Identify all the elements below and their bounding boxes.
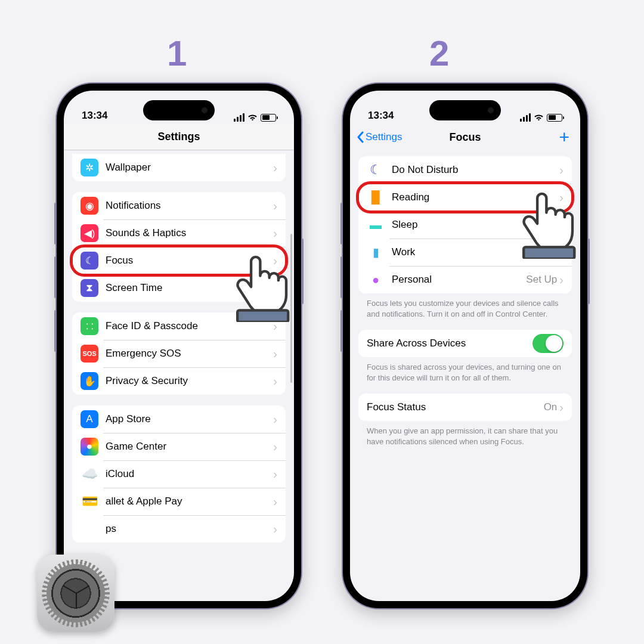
status-time: 13:34 [368,110,394,122]
chevron-right-icon: › [559,163,564,177]
focus-status-label: Focus Status [367,401,544,413]
settings-row-notifications[interactable]: ◉Notifications› [72,192,286,219]
settings-row-emergency-sos[interactable]: SOSEmergency SOS› [72,340,286,367]
settings-row-privacy-security[interactable]: ✋Privacy & Security› [72,367,286,395]
row-label: Personal [392,274,526,286]
faceid-icon: ⸬ [80,317,98,335]
phone-screen-2: 13:34 Settings Focus + ☾Do Not Disturb›▉… [350,91,580,601]
chevron-right-icon: › [273,347,277,361]
chevron-right-icon: › [559,401,564,414]
chevron-right-icon: › [273,413,277,426]
row-detail: Set Up [526,274,557,286]
share-across-devices-row[interactable]: Share Across Devices [358,330,572,357]
focus-row-personal[interactable]: ●PersonalSet Up› [358,266,572,293]
row-label: Game Center [106,441,273,453]
bell-icon: ◉ [80,197,98,215]
nav-bar: Settings Focus + [350,124,580,150]
personal-icon: ● [367,271,385,289]
phone-frame-2: 13:34 Settings Focus + ☾Do Not Disturb›▉… [343,83,587,608]
chevron-right-icon: › [273,522,277,536]
gear-icon [47,564,105,623]
wifi-icon [247,114,258,122]
chevron-right-icon: › [273,374,277,388]
share-toggle[interactable] [532,334,564,353]
row-label: Do Not Disturb [392,164,559,176]
dynamic-island [429,100,501,120]
settings-row-ps[interactable]: ps› [72,515,286,543]
appstore-icon: A [80,410,98,428]
tap-cursor-icon [518,187,580,259]
share-label: Share Across Devices [367,338,532,349]
focus-row-do-not-disturb[interactable]: ☾Do Not Disturb› [358,156,572,184]
svg-rect-0 [237,310,288,322]
focus-status-value: On [544,401,558,413]
row-label: Privacy & Security [106,375,273,387]
phone-screen-1: 13:34 Settings ✲Wallpaper›◉Notifications… [64,91,294,601]
row-label: Wallpaper [106,162,273,174]
wallet-icon: 💳 [80,493,98,510]
nav-title: Settings [157,131,200,143]
row-label: App Store [106,413,273,425]
settings-row-wallpaper[interactable]: ✲Wallpaper› [72,154,286,181]
hand-icon: ✋ [80,372,98,390]
focus-footer-text: Focus lets you customize your devices an… [358,293,572,319]
settings-row-allet-apple-pay[interactable]: 💳allet & Apple Pay› [72,488,286,515]
do not disturb-icon: ☾ [367,161,385,179]
dynamic-island [143,100,215,120]
step-number-1: 1 [167,33,187,74]
status-time: 13:34 [82,110,107,122]
row-label: iCloud [106,468,273,480]
chevron-right-icon: › [273,161,277,175]
chevron-right-icon: › [273,467,277,481]
focus-status-row[interactable]: Focus Status On › [358,394,572,421]
chevron-right-icon: › [559,273,564,287]
nav-back-label: Settings [366,131,402,143]
nav-back-button[interactable]: Settings [356,131,402,143]
work-icon: ▮ [367,243,385,261]
step-number-2: 2 [429,33,449,74]
moon-icon: ☾ [80,252,98,270]
sleep-icon: ▬ [367,216,385,234]
settings-app-icon [37,555,114,632]
reading-icon: ▉ [367,188,385,206]
row-label: Emergency SOS [106,348,273,360]
settings-list[interactable]: ✲Wallpaper›◉Notifications›◀︎)Sounds & Ha… [64,150,294,601]
svg-rect-1 [524,247,574,259]
chevron-right-icon: › [273,495,277,509]
nav-title: Focus [449,131,481,144]
row-label: Notifications [106,200,273,212]
gamecenter-icon: ● [80,438,98,456]
settings-row-game-center[interactable]: ●Game Center› [72,433,286,460]
cellular-signal-icon [234,113,244,122]
row-label: Sounds & Haptics [106,227,273,239]
phone-frame-1: 13:34 Settings ✲Wallpaper›◉Notifications… [57,83,301,608]
settings-row-app-store[interactable]: AApp Store› [72,405,286,433]
tap-cursor-icon [232,250,294,322]
share-footer-text: Focus is shared across your devices, and… [358,357,572,383]
chevron-right-icon: › [273,440,277,454]
sos-icon: SOS [80,345,98,363]
settings-row-icloud[interactable]: ☁️iCloud› [72,460,286,488]
chevron-right-icon: › [273,227,277,240]
nav-bar: Settings [64,124,294,150]
flower-icon: ✲ [80,159,98,177]
speaker-icon: ◀︎) [80,224,98,242]
row-label: ps [106,523,273,535]
cellular-signal-icon [520,113,531,122]
battery-icon [261,114,276,122]
settings-row-sounds-haptics[interactable]: ◀︎)Sounds & Haptics› [72,219,286,247]
row-label: allet & Apple Pay [106,496,273,507]
hourglass-icon: ⧗ [80,279,98,297]
wifi-icon [534,114,544,122]
icloud-icon: ☁️ [80,465,98,483]
chevron-right-icon: › [273,199,277,213]
status-footer-text: When you give an app permission, it can … [358,421,572,447]
add-focus-button[interactable]: + [559,128,569,146]
battery-icon [547,114,562,122]
